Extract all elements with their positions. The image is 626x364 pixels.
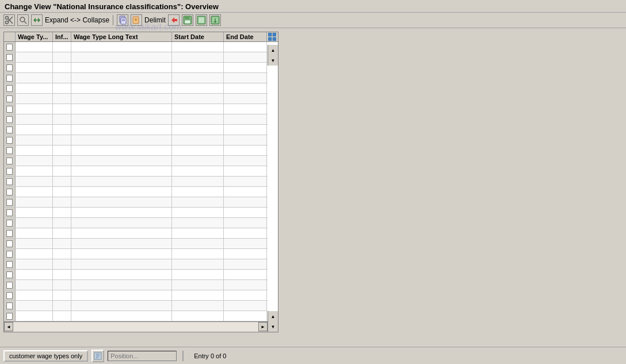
row-wage-type-5 — [16, 83, 53, 93]
row-inf-13 — [53, 166, 71, 176]
row-select-20[interactable] — [4, 239, 16, 248]
row-long-text-21 — [71, 249, 172, 259]
expand-icon[interactable] — [31, 14, 43, 26]
row-select-21[interactable] — [4, 249, 16, 259]
table-row — [4, 187, 268, 197]
scroll-down-top-btn[interactable]: ▼ — [268, 55, 278, 66]
row-select-5[interactable] — [4, 83, 16, 93]
row-long-text-14 — [71, 177, 172, 186]
col-header-grid[interactable] — [267, 32, 277, 41]
delimit-label[interactable]: Delimit — [144, 16, 166, 24]
row-end-date-26 — [224, 301, 267, 311]
row-inf-9 — [53, 125, 71, 135]
position-input[interactable] — [108, 351, 177, 361]
table-row — [4, 197, 268, 208]
save-icon[interactable] — [182, 14, 193, 26]
svg-point-4 — [20, 17, 25, 22]
row-select-7[interactable] — [4, 104, 16, 114]
row-long-text-23 — [71, 270, 172, 279]
row-end-date-1 — [224, 42, 267, 52]
scroll-left-btn[interactable]: ◄ — [4, 322, 13, 331]
table-row — [4, 311, 268, 321]
find-icon[interactable] — [17, 14, 29, 26]
table-row — [4, 290, 268, 301]
row-wage-type-10 — [16, 135, 53, 145]
scroll-right-btn[interactable]: ► — [258, 322, 268, 331]
expand-collapse-label[interactable]: Expand <-> Collapse — [45, 16, 109, 24]
row-long-text-16 — [71, 197, 172, 207]
row-select-9[interactable] — [4, 125, 16, 135]
row-select-2[interactable] — [4, 52, 16, 62]
new-entries-icon[interactable] — [131, 14, 142, 26]
row-start-date-12 — [172, 156, 224, 166]
row-select-26[interactable] — [4, 301, 16, 311]
row-inf-20 — [53, 239, 71, 248]
row-inf-2 — [53, 52, 71, 62]
row-select-16[interactable] — [4, 197, 16, 207]
row-end-date-10 — [224, 135, 267, 145]
row-inf-5 — [53, 83, 71, 93]
scroll-up-bottom-btn[interactable]: ▲ — [268, 311, 278, 321]
row-long-text-15 — [71, 187, 172, 197]
row-long-text-7 — [71, 104, 172, 114]
row-inf-4 — [53, 73, 71, 83]
table-row — [4, 166, 268, 177]
row-select-6[interactable] — [4, 94, 16, 104]
grid-settings-icon — [268, 33, 276, 41]
row-wage-type-7 — [16, 104, 53, 114]
table-container: Wage Ty... Inf... Wage Type Long Text St… — [3, 32, 278, 332]
row-select-1[interactable] — [4, 42, 16, 52]
back-icon[interactable] — [168, 14, 180, 26]
row-select-24[interactable] — [4, 280, 16, 290]
select-icon[interactable] — [3, 14, 15, 26]
row-inf-17 — [53, 208, 71, 217]
row-wage-type-14 — [16, 177, 53, 186]
row-select-23[interactable] — [4, 270, 16, 279]
row-select-17[interactable] — [4, 208, 16, 217]
row-select-4[interactable] — [4, 73, 16, 83]
row-select-12[interactable] — [4, 156, 16, 166]
customer-wage-types-button[interactable]: customer wage types only — [3, 350, 88, 362]
position-icon-btn[interactable] — [91, 350, 104, 362]
row-select-10[interactable] — [4, 135, 16, 145]
table-row — [4, 83, 268, 94]
refresh-icon[interactable] — [196, 14, 207, 26]
row-select-25[interactable] — [4, 290, 16, 300]
row-wage-type-15 — [16, 187, 53, 197]
row-end-date-21 — [224, 249, 267, 259]
scroll-down-bottom-btn[interactable]: ▼ — [268, 321, 278, 332]
col-header-start-date: Start Date — [172, 32, 224, 41]
row-long-text-13 — [71, 166, 172, 176]
row-start-date-23 — [172, 270, 224, 279]
row-select-18[interactable] — [4, 218, 16, 228]
back-svg — [169, 16, 178, 25]
row-inf-1 — [53, 42, 71, 52]
row-start-date-25 — [172, 290, 224, 300]
table-row — [4, 218, 268, 228]
export-icon[interactable] — [209, 14, 221, 26]
row-end-date-7 — [224, 104, 267, 114]
row-inf-26 — [53, 301, 71, 311]
row-select-19[interactable] — [4, 228, 16, 238]
row-select-15[interactable] — [4, 187, 16, 197]
scroll-up-btn[interactable]: ▲ — [268, 45, 278, 55]
horizontal-scroll-track[interactable] — [13, 322, 258, 332]
row-select-14[interactable] — [4, 177, 16, 186]
row-wage-type-27 — [16, 311, 53, 321]
row-inf-21 — [53, 249, 71, 259]
row-end-date-25 — [224, 290, 267, 300]
row-long-text-4 — [71, 73, 172, 83]
row-select-8[interactable] — [4, 114, 16, 124]
row-wage-type-9 — [16, 125, 53, 135]
copy-doc-icon[interactable] — [117, 14, 128, 26]
row-select-13[interactable] — [4, 166, 16, 176]
row-select-3[interactable] — [4, 63, 16, 72]
row-end-date-4 — [224, 73, 267, 83]
svg-rect-29 — [273, 37, 276, 41]
row-end-date-8 — [224, 114, 267, 124]
row-long-text-22 — [71, 259, 172, 269]
row-select-22[interactable] — [4, 259, 16, 269]
table-header: Wage Ty... Inf... Wage Type Long Text St… — [4, 32, 278, 42]
row-select-27[interactable] — [4, 311, 16, 321]
row-select-11[interactable] — [4, 145, 16, 155]
